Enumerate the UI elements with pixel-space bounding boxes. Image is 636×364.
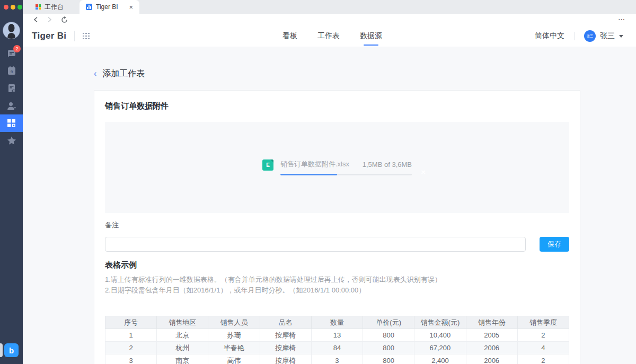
- upload-dropzone[interactable]: E 销售订单数据附件.xlsx 1,5MB of 3,6MB ×: [105, 122, 569, 213]
- sidebar-item-report[interactable]: [0, 79, 23, 97]
- sidebar-item-calendar[interactable]: 9: [0, 62, 23, 79]
- table-cell: 南京: [157, 354, 208, 364]
- table-row: 2杭州毕春艳按摩椅8480067,20020064: [105, 342, 569, 354]
- chevron-down-icon[interactable]: [619, 35, 623, 38]
- remark-row: 保存: [105, 237, 569, 252]
- back-chevron-icon[interactable]: ‹: [94, 69, 96, 78]
- tigerbi-logo: Tiger Bi: [32, 31, 66, 41]
- page-content: ‹ 添加工作表 销售订单数据附件 E 销售订单数据附件.xlsx 1,5MB o…: [23, 47, 636, 364]
- table-header-cell: 销售地区: [157, 316, 208, 329]
- tab-label: 工作台: [45, 3, 64, 12]
- table-cell: 800: [363, 354, 414, 364]
- header-divider: [574, 32, 575, 40]
- table-cell: 北京: [157, 329, 208, 342]
- table-cell: 2006: [466, 354, 517, 364]
- person-icon: [6, 101, 16, 111]
- close-window-button[interactable]: [4, 5, 8, 10]
- notification-badge: 2: [13, 45, 21, 52]
- forward-icon[interactable]: [47, 16, 52, 23]
- table-cell: 2: [517, 329, 569, 342]
- table-header-cell: 销售人员: [208, 316, 260, 329]
- card-title: 销售订单数据附件: [105, 101, 569, 111]
- table-cell: 800: [363, 342, 414, 354]
- table-cell: 高伟: [208, 354, 260, 364]
- back-row: ‹ 添加工作表: [94, 68, 636, 79]
- tab-close-icon[interactable]: ×: [129, 4, 134, 11]
- upload-card: 销售订单数据附件 E 销售订单数据附件.xlsx 1,5MB of 3,6MB: [94, 90, 580, 364]
- nav-label: 数据源: [360, 31, 382, 41]
- sidebar-item-messages[interactable]: 2: [0, 45, 23, 62]
- table-cell: 按摩椅: [260, 329, 311, 342]
- table-header-cell: 数量: [311, 316, 363, 329]
- sample-table: 序号销售地区销售人员品名数量单价(元)销售金额(元)销售年份销售季度 1北京苏珊…: [105, 316, 569, 364]
- table-cell: 10,400: [414, 329, 466, 342]
- table-row: 1北京苏珊按摩椅1380010,40020052: [105, 329, 569, 342]
- table-header-cell: 单价(元): [363, 316, 414, 329]
- note-line: 2.日期字段需包含年月日（如2016/1/1），或年月日时分秒。（如2016/1…: [105, 285, 569, 296]
- left-sidebar: 2 9: [0, 0, 23, 364]
- window-controls: [4, 5, 22, 10]
- nav-label: 看板: [282, 31, 297, 41]
- app-window: 2 9: [0, 0, 636, 364]
- upload-cancel-icon[interactable]: ×: [421, 168, 426, 176]
- minimize-window-button[interactable]: [11, 5, 15, 10]
- browser-tabstrip: 工作台 Tiger BI ×: [23, 0, 636, 14]
- table-header-cell: 序号: [105, 316, 157, 329]
- table-cell: 2,400: [414, 354, 466, 364]
- browser-toolbar: ⋯: [23, 14, 636, 25]
- table-cell: 13: [311, 329, 363, 342]
- table-cell: 2: [517, 354, 569, 364]
- main-column: 工作台 Tiger BI × ⋯ Tiger Bi: [23, 0, 636, 364]
- app-grid-menu-icon[interactable]: [83, 33, 90, 40]
- workbench-favicon: [36, 4, 41, 10]
- table-cell: 4: [517, 342, 569, 354]
- user-name: 张三: [600, 31, 615, 41]
- back-icon[interactable]: [33, 16, 38, 23]
- user-avatar-photo[interactable]: [3, 22, 20, 39]
- save-button[interactable]: 保存: [540, 237, 569, 252]
- b-app-logo[interactable]: b: [4, 343, 19, 357]
- svg-text:9: 9: [10, 69, 13, 74]
- app-header: Tiger Bi 看板 工作表 数据源 简体中文 张三 张三: [23, 25, 636, 47]
- sidebar-item-favorites[interactable]: [0, 132, 23, 149]
- nav-dashboard[interactable]: 看板: [282, 25, 297, 47]
- apps-grid-icon: [7, 119, 16, 128]
- header-right: 简体中文 张三 张三: [535, 30, 623, 42]
- table-cell: 1: [105, 329, 157, 342]
- reload-icon[interactable]: [61, 16, 68, 23]
- page-title: 添加工作表: [102, 68, 145, 79]
- browser-tab-workbench[interactable]: 工作台: [29, 0, 80, 14]
- browser-more-icon[interactable]: ⋯: [618, 18, 625, 22]
- table-header-cell: 品名: [260, 316, 311, 329]
- header-divider: [74, 31, 75, 41]
- sidebar-item-contacts[interactable]: [0, 97, 23, 114]
- nav-datasource[interactable]: 数据源: [360, 25, 382, 47]
- dock-peek-icon: [0, 343, 3, 357]
- calendar-icon: 9: [7, 66, 16, 76]
- zoom-window-button[interactable]: [17, 5, 22, 10]
- table-header-row: 序号销售地区销售人员品名数量单价(元)销售金额(元)销售年份销售季度: [105, 316, 569, 329]
- upload-notes: 1.请上传有标准行列的一维数据表格。（有合并单元格的数据请处理过后再上传，否则可…: [105, 274, 569, 296]
- table-cell: 杭州: [157, 342, 208, 354]
- browser-tab-tigerbi[interactable]: Tiger BI ×: [80, 0, 139, 14]
- sidebar-item-apps[interactable]: [0, 114, 23, 132]
- upload-info: 销售订单数据附件.xlsx 1,5MB of 3,6MB: [280, 159, 412, 175]
- nav-worksheet[interactable]: 工作表: [317, 25, 340, 47]
- table-header-cell: 销售金额(元): [414, 316, 466, 329]
- user-avatar[interactable]: 张三: [584, 30, 596, 42]
- table-cell: 苏珊: [208, 329, 260, 342]
- table-cell: 2005: [466, 329, 517, 342]
- language-switcher[interactable]: 简体中文: [535, 31, 564, 41]
- tigerbi-favicon: [86, 4, 92, 10]
- upload-file-row: E 销售订单数据附件.xlsx 1,5MB of 3,6MB ×: [262, 159, 412, 175]
- excel-file-icon: E: [262, 159, 273, 171]
- table-cell: 84: [311, 342, 363, 354]
- active-tab-underline: [364, 45, 378, 46]
- tab-label: Tiger BI: [96, 3, 118, 11]
- table-cell: 按摩椅: [260, 354, 311, 364]
- table-cell: 800: [363, 329, 414, 342]
- table-cell: 毕春艳: [208, 342, 260, 354]
- table-row: 3南京高伟按摩椅38002,40020062: [105, 354, 569, 364]
- remark-input[interactable]: [105, 237, 526, 252]
- table-header-cell: 销售季度: [517, 316, 569, 329]
